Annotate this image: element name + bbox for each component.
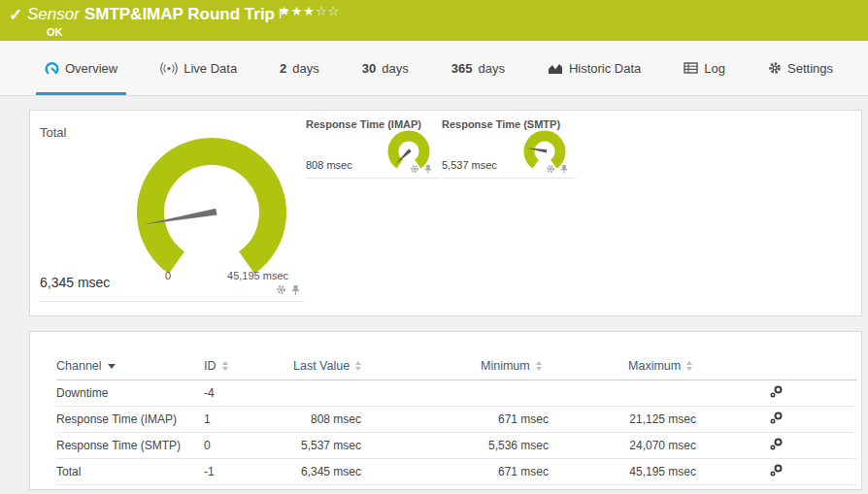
smtp-gauge-block: Response Time (SMTP) 5,537 msec	[442, 118, 576, 179]
channel-name: Total	[56, 458, 204, 484]
tab-overview[interactable]: Overview	[45, 41, 117, 95]
gauge-icon	[45, 61, 59, 76]
channel-name: Response Time (IMAP)	[56, 406, 204, 432]
tab-live-data-label: Live Data	[184, 61, 237, 76]
gauge-gear-icon[interactable]	[546, 164, 555, 174]
column-header-minimum[interactable]: Minimum	[481, 359, 542, 373]
tab-30-days-number: 30	[362, 61, 376, 76]
smtp-gauge-value: 5,537 msec	[442, 159, 497, 171]
table-row: Total -1 6,345 msec 671 msec 45,195 msec	[56, 458, 857, 484]
sort-icon	[686, 361, 692, 371]
column-header-id[interactable]: ID	[204, 359, 228, 373]
tab-overview-label: Overview	[65, 61, 117, 76]
total-gauge-title: Total	[40, 125, 66, 140]
channel-settings-icon[interactable]	[769, 411, 784, 425]
total-gauge-block: Total 0 45,195 msec 6,345 msec	[38, 117, 304, 302]
imap-gauge-value: 808 msec	[306, 159, 352, 171]
gauges-panel: Total 0 45,195 msec 6,345 msec Response …	[29, 110, 862, 316]
total-gauge-value: 6,345 msec	[40, 275, 110, 290]
priority-star-rating[interactable]: ★★★☆☆	[279, 4, 340, 18]
gear-icon	[768, 61, 782, 75]
channel-name: Response Time (SMTP)	[56, 432, 204, 458]
tab-settings[interactable]: Settings	[768, 41, 833, 95]
tab-live-data[interactable]: Live Data	[160, 41, 237, 95]
channel-last-value: 5,537 msec	[293, 432, 361, 458]
table-row: Downtime -4	[56, 379, 857, 406]
channel-minimum: 671 msec	[481, 458, 549, 484]
table-row: Response Time (SMTP) 0 5,537 msec 5,536 …	[56, 432, 857, 458]
tab-log[interactable]: Log	[684, 41, 725, 95]
tab-2-days-number: 2	[280, 61, 286, 76]
tab-historic-data[interactable]: Historic Data	[548, 41, 641, 95]
tab-30-days-label: days	[382, 61, 408, 76]
channel-header-label: Channel	[56, 359, 102, 373]
channel-last-value: 808 msec	[293, 406, 361, 432]
total-gauge	[133, 137, 290, 280]
broadcast-icon	[160, 62, 178, 75]
imap-gauge-title: Response Time (IMAP)	[306, 118, 421, 130]
sort-icon	[222, 361, 228, 371]
channel-settings-icon[interactable]	[769, 463, 784, 478]
channel-settings-icon[interactable]	[769, 384, 784, 399]
table-row: Response Time (IMAP) 1 808 msec 671 msec…	[56, 406, 857, 432]
channel-maximum: 24,070 msec	[628, 432, 696, 458]
channels-table: Channel ID Last Value Minimum Maximum Do…	[56, 353, 857, 485]
channel-settings-icon[interactable]	[769, 437, 784, 451]
tab-settings-label: Settings	[787, 61, 833, 76]
imap-gauge-block: Response Time (IMAP) 808 msec	[306, 118, 440, 179]
column-header-last-value[interactable]: Last Value	[293, 359, 361, 373]
log-icon	[684, 62, 698, 74]
tab-bar: Overview Live Data 2 days 30 days 365 da…	[0, 41, 868, 96]
tab-365-days-number: 365	[451, 61, 473, 76]
gauge-gear-icon[interactable]	[410, 164, 419, 174]
total-gauge-max-label: 45,195 msec	[227, 270, 288, 281]
channel-id: 0	[204, 432, 293, 458]
channel-id: 1	[204, 406, 293, 432]
channel-maximum: 21,125 msec	[628, 406, 696, 432]
sort-icon	[355, 361, 361, 371]
channel-id: -4	[204, 379, 293, 406]
gauge-pin-icon[interactable]	[560, 164, 568, 174]
channel-maximum: 45,195 msec	[628, 458, 696, 484]
channel-maximum	[628, 379, 696, 406]
sensor-title: SensorSMTP&IMAP Round Trip	[27, 5, 289, 24]
channel-last-value: 6,345 msec	[293, 458, 361, 484]
tab-2-days[interactable]: 2 days	[280, 41, 319, 95]
total-gauge-min-label: 0	[156, 270, 180, 281]
last-value-header-label: Last Value	[293, 359, 350, 373]
sort-desc-icon	[108, 364, 116, 369]
gauge-pin-icon[interactable]	[291, 284, 300, 295]
channel-minimum	[481, 379, 549, 406]
channel-last-value	[293, 379, 361, 406]
sensor-name: SMTP&IMAP Round Trip	[84, 5, 275, 23]
status-badge: OK	[47, 26, 63, 38]
tab-30-days[interactable]: 30 days	[362, 41, 409, 95]
maximum-header-label: Maximum	[628, 359, 681, 373]
smtp-gauge-title: Response Time (SMTP)	[442, 118, 560, 130]
gauge-gear-icon[interactable]	[276, 284, 286, 295]
channel-minimum: 5,536 msec	[481, 432, 549, 458]
column-header-channel[interactable]: Channel	[56, 359, 116, 373]
status-ok-check-icon: ✓	[9, 5, 22, 25]
tab-365-days-label: days	[478, 61, 504, 76]
chart-icon	[548, 62, 563, 75]
sensor-header: ✓ SensorSMTP&IMAP Round Trip ★★★☆☆ OK	[0, 0, 868, 41]
tab-log-label: Log	[704, 61, 725, 76]
tab-365-days[interactable]: 365 days	[451, 41, 505, 95]
channels-panel: Channel ID Last Value Minimum Maximum Do…	[29, 331, 862, 490]
table-header-row: Channel ID Last Value Minimum Maximum	[56, 353, 857, 379]
sensor-kind-label: Sensor	[27, 5, 80, 23]
channel-id: -1	[204, 458, 293, 484]
tab-historic-data-label: Historic Data	[569, 61, 641, 76]
minimum-header-label: Minimum	[481, 359, 530, 373]
id-header-label: ID	[204, 359, 217, 373]
column-header-maximum[interactable]: Maximum	[628, 359, 692, 373]
channel-name: Downtime	[56, 379, 204, 406]
tab-2-days-label: days	[292, 61, 318, 76]
channel-minimum: 671 msec	[481, 406, 549, 432]
sort-icon	[536, 361, 542, 371]
gauge-pin-icon[interactable]	[424, 164, 432, 174]
